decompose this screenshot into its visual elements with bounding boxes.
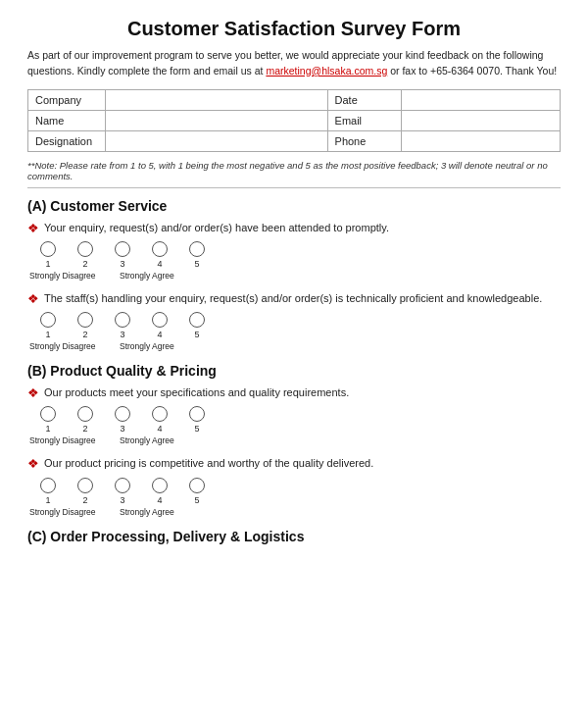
radio-number-label: 2 bbox=[82, 330, 87, 339]
radio-item[interactable]: 2 bbox=[67, 406, 104, 434]
radio-item[interactable]: 3 bbox=[104, 406, 141, 434]
radio-item[interactable]: 5 bbox=[178, 241, 216, 269]
section-title-c: (C) Order Processing, Delivery & Logisti… bbox=[27, 529, 561, 544]
radio-item[interactable]: 3 bbox=[104, 312, 141, 339]
radio-labels-row: Strongly DisagreeStrongly Agree bbox=[29, 507, 561, 517]
company-value[interactable] bbox=[105, 89, 327, 110]
radio-number-label: 3 bbox=[120, 495, 124, 505]
diamond-icon: ❖ bbox=[27, 292, 39, 306]
radio-item[interactable]: 5 bbox=[178, 312, 216, 339]
strongly-agree-label: Strongly Agree bbox=[120, 271, 194, 281]
question-block: ❖Your enquiry, request(s) and/or order(s… bbox=[27, 222, 561, 281]
radio-number-label: 1 bbox=[45, 330, 50, 339]
radio-circle[interactable] bbox=[40, 312, 56, 328]
section-title-a: (A) Customer Service bbox=[27, 198, 561, 214]
radio-circle[interactable] bbox=[152, 478, 168, 493]
radio-item[interactable]: 5 bbox=[178, 406, 216, 434]
radio-item[interactable]: 1 bbox=[29, 241, 67, 269]
strongly-disagree-label: Strongly Disagree bbox=[29, 435, 104, 445]
radio-item[interactable]: 4 bbox=[141, 241, 178, 269]
radio-item[interactable]: 2 bbox=[67, 312, 104, 339]
radio-item[interactable]: 1 bbox=[29, 312, 67, 339]
date-value[interactable] bbox=[402, 89, 561, 110]
intro-text-after: or fax to +65-6364 0070. Thank You! bbox=[387, 65, 557, 77]
section-b: (B) Product Quality & Pricing❖Our produc… bbox=[27, 363, 561, 517]
radio-circle[interactable] bbox=[77, 312, 93, 328]
strongly-agree-label: Strongly Agree bbox=[120, 507, 194, 517]
radio-item[interactable]: 4 bbox=[141, 312, 178, 339]
radio-circle[interactable] bbox=[77, 241, 93, 257]
section-title-b: (B) Product Quality & Pricing bbox=[27, 363, 561, 379]
strongly-disagree-label: Strongly Disagree bbox=[29, 507, 104, 517]
question-block: ❖The staff(s) handling your enquiry, req… bbox=[27, 292, 561, 351]
question-block: ❖Our products meet your specifications a… bbox=[27, 386, 561, 445]
radio-item[interactable]: 1 bbox=[29, 478, 67, 505]
radio-number-label: 2 bbox=[82, 259, 87, 269]
radio-item[interactable]: 2 bbox=[67, 241, 104, 269]
designation-value[interactable] bbox=[105, 130, 327, 151]
strongly-disagree-label: Strongly Disagree bbox=[29, 271, 104, 281]
radio-item[interactable]: 3 bbox=[104, 478, 141, 505]
diamond-icon: ❖ bbox=[27, 386, 39, 400]
radio-circle[interactable] bbox=[189, 406, 205, 422]
radio-number-label: 5 bbox=[194, 424, 199, 434]
radio-circle[interactable] bbox=[152, 312, 168, 328]
radio-item[interactable]: 4 bbox=[141, 406, 178, 434]
question-block: ❖Our product pricing is competitive and … bbox=[27, 457, 561, 516]
question-label: The staff(s) handling your enquiry, requ… bbox=[44, 292, 542, 304]
radio-number-label: 3 bbox=[120, 330, 124, 339]
phone-value[interactable] bbox=[402, 130, 561, 151]
name-value[interactable] bbox=[105, 110, 327, 130]
radio-labels-row: Strongly DisagreeStrongly Agree bbox=[29, 435, 561, 445]
radio-circle[interactable] bbox=[152, 241, 168, 257]
email-label: Email bbox=[327, 110, 402, 130]
radio-circle[interactable] bbox=[115, 478, 130, 493]
radio-labels-row: Strongly DisagreeStrongly Agree bbox=[29, 341, 561, 351]
intro-paragraph: As part of our improvement program to se… bbox=[27, 48, 561, 79]
name-label: Name bbox=[28, 110, 106, 130]
radio-number-label: 3 bbox=[120, 259, 124, 269]
radio-item[interactable]: 2 bbox=[67, 478, 104, 505]
radio-number-label: 4 bbox=[157, 424, 162, 434]
radio-item[interactable]: 5 bbox=[178, 478, 216, 505]
radio-item[interactable]: 1 bbox=[29, 406, 67, 434]
radio-number-label: 5 bbox=[194, 495, 199, 505]
email-value[interactable] bbox=[402, 110, 561, 130]
radio-circle[interactable] bbox=[152, 406, 168, 422]
table-row: Company Date bbox=[28, 89, 561, 110]
company-label: Company bbox=[28, 89, 106, 110]
question-label: Our products meet your specifications an… bbox=[44, 386, 349, 398]
strongly-disagree-label: Strongly Disagree bbox=[29, 341, 104, 351]
radio-number-label: 2 bbox=[82, 495, 87, 505]
divider bbox=[27, 187, 561, 188]
table-row: Designation Phone bbox=[28, 130, 561, 151]
strongly-agree-label: Strongly Agree bbox=[120, 435, 194, 445]
radio-item[interactable]: 3 bbox=[104, 241, 141, 269]
sections-container: (A) Customer Service❖Your enquiry, reque… bbox=[27, 198, 561, 544]
designation-label: Designation bbox=[28, 130, 106, 151]
radio-circle[interactable] bbox=[115, 241, 130, 257]
question-text: ❖The staff(s) handling your enquiry, req… bbox=[27, 292, 561, 306]
radio-circle[interactable] bbox=[115, 406, 130, 422]
radio-item[interactable]: 4 bbox=[141, 478, 178, 505]
radio-circle[interactable] bbox=[115, 312, 130, 328]
radio-circle[interactable] bbox=[189, 478, 205, 493]
radio-row: 12345 bbox=[29, 406, 561, 434]
radio-number-label: 2 bbox=[82, 424, 87, 434]
radio-number-label: 4 bbox=[157, 259, 162, 269]
radio-circle[interactable] bbox=[77, 478, 93, 493]
radio-labels-row: Strongly DisagreeStrongly Agree bbox=[29, 271, 561, 281]
radio-number-label: 1 bbox=[45, 259, 50, 269]
intro-email-link[interactable]: marketing@hlsaka.com.sg bbox=[266, 65, 387, 77]
info-table: Company Date Name Email Designation Phon… bbox=[27, 89, 561, 152]
question-text: ❖Your enquiry, request(s) and/or order(s… bbox=[27, 222, 561, 235]
radio-circle[interactable] bbox=[189, 241, 205, 257]
date-label: Date bbox=[327, 89, 402, 110]
radio-circle[interactable] bbox=[40, 406, 56, 422]
radio-circle[interactable] bbox=[40, 241, 56, 257]
radio-circle[interactable] bbox=[77, 406, 93, 422]
radio-circle[interactable] bbox=[40, 478, 56, 493]
radio-number-label: 5 bbox=[194, 259, 199, 269]
radio-circle[interactable] bbox=[189, 312, 205, 328]
question-label: Your enquiry, request(s) and/or order(s)… bbox=[44, 222, 389, 233]
